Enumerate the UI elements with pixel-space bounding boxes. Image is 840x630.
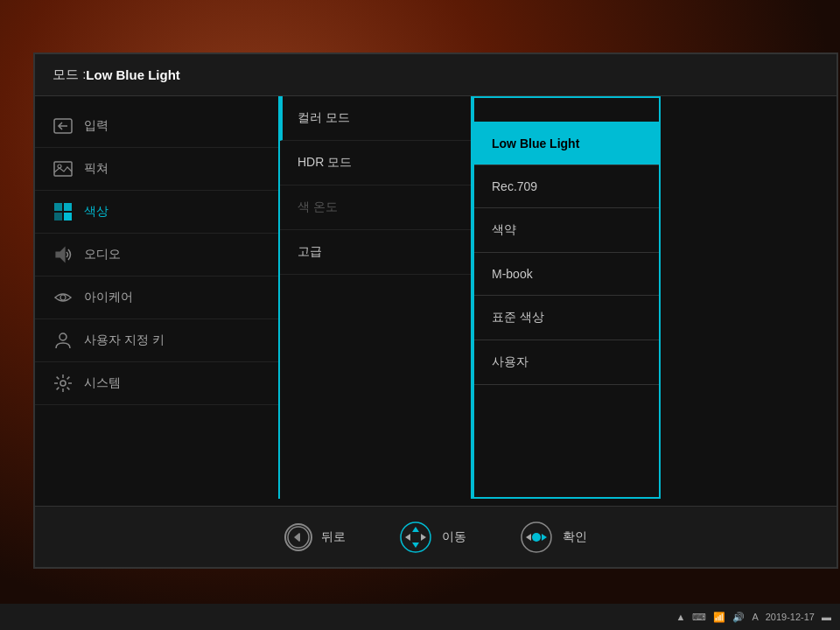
sidebar-label-custom-key: 사용자 지정 키 (84, 332, 164, 348)
dropdown-item-low-blue-light[interactable]: Low Blue Light (474, 122, 659, 165)
svg-rect-4 (54, 203, 62, 211)
svg-marker-22 (421, 534, 426, 541)
sidebar-label-system: 시스템 (84, 375, 121, 391)
dropdown-item-m-book[interactable]: M-book (474, 253, 659, 296)
svg-rect-6 (54, 213, 62, 220)
picture-icon (52, 158, 74, 179)
svg-marker-8 (56, 248, 65, 262)
taskbar-keyboard: ⌨ (692, 612, 706, 623)
sidebar-item-color[interactable]: 색상 (35, 191, 278, 234)
move-control[interactable]: 이동 (398, 520, 466, 555)
move-label: 이동 (442, 529, 466, 545)
dropdown-header (474, 98, 659, 122)
taskbar-lang: A (752, 612, 758, 622)
color-icon (52, 201, 74, 222)
back-icon (284, 523, 312, 551)
sidebar-item-picture[interactable]: 픽쳐 (35, 148, 278, 191)
middle-item-advanced[interactable]: 고급 (280, 230, 471, 275)
audio-icon (52, 244, 74, 265)
svg-point-27 (532, 533, 541, 542)
middle-column: 컬러 모드 HDR 모드 색 온도 고급 (280, 96, 472, 499)
taskbar: ▲ ⌨ 📶 🔊 A 2019-12-17 ▬ (0, 604, 840, 630)
sidebar-item-system[interactable]: 시스템 (35, 362, 278, 405)
sidebar-item-eyecare[interactable]: 아이케어 (35, 276, 278, 319)
confirm-icon (519, 520, 554, 555)
eyecare-icon (52, 287, 74, 308)
title-prefix: 모드 : (52, 66, 86, 83)
svg-marker-21 (405, 534, 410, 541)
system-icon (52, 373, 74, 394)
dropdown-item-standard[interactable]: 표준 색상 (474, 296, 659, 340)
sidebar-label-color: 색상 (84, 204, 108, 220)
svg-marker-15 (295, 533, 300, 542)
svg-rect-5 (64, 203, 72, 211)
bottom-bar: 뒤로 이동 (35, 506, 836, 567)
sidebar: 입력 픽쳐 (35, 96, 280, 499)
back-label: 뒤로 (321, 529, 346, 545)
svg-marker-19 (412, 527, 419, 532)
svg-rect-7 (64, 213, 72, 220)
sidebar-label-eyecare: 아이케어 (84, 290, 133, 305)
sidebar-label-input: 입력 (84, 118, 108, 134)
input-icon (52, 116, 74, 136)
sidebar-label-audio: 오디오 (84, 247, 121, 262)
back-control[interactable]: 뒤로 (284, 523, 346, 551)
middle-item-hdr-mode[interactable]: HDR 모드 (280, 141, 471, 186)
move-icon (398, 520, 433, 555)
svg-marker-26 (542, 534, 547, 541)
taskbar-date: 2019-12-17 (766, 612, 815, 622)
confirm-label: 확인 (563, 529, 587, 545)
svg-point-10 (60, 333, 66, 340)
monitor-frame: 모드 : Low Blue Light 입력 (33, 52, 838, 569)
sidebar-label-picture: 픽쳐 (84, 161, 108, 177)
taskbar-monitor: ▬ (822, 612, 831, 622)
sidebar-item-custom-key[interactable]: 사용자 지정 키 (35, 319, 278, 362)
svg-point-9 (60, 295, 66, 300)
svg-marker-20 (412, 542, 419, 548)
dropdown-item-user[interactable]: 사용자 (474, 340, 659, 385)
dropdown-column: Low Blue Light Rec.709 색약 M-book 표준 색상 사… (472, 96, 661, 499)
sidebar-item-audio[interactable]: 오디오 (35, 234, 278, 276)
middle-item-color-temp: 색 온도 (280, 186, 471, 230)
user-icon (52, 330, 74, 351)
main-content: 입력 픽쳐 (35, 96, 836, 499)
title-bar: 모드 : Low Blue Light (35, 54, 836, 96)
middle-item-color-mode[interactable]: 컬러 모드 (280, 96, 471, 141)
dropdown-item-rec709[interactable]: Rec.709 (474, 165, 659, 208)
dropdown-item-color-weak[interactable]: 색약 (474, 208, 659, 253)
confirm-control[interactable]: 확인 (519, 520, 587, 555)
taskbar-up-arrow: ▲ (676, 612, 685, 622)
taskbar-volume: 🔊 (732, 612, 745, 623)
title-highlight: Low Blue Light (86, 67, 179, 82)
svg-marker-25 (526, 534, 531, 541)
svg-point-11 (60, 381, 66, 386)
taskbar-network: 📶 (713, 612, 725, 623)
sidebar-item-input[interactable]: 입력 (35, 105, 278, 148)
